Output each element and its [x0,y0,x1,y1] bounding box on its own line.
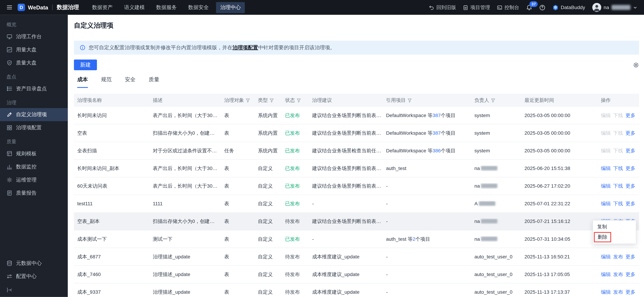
filter-funnel-icon[interactable] [408,98,412,102]
status-badge: 已发布 [285,112,300,118]
sidebar-item-label: 自定义治理项 [16,111,47,118]
sidebar-item[interactable]: 数据监控 [0,160,68,173]
filter-funnel-icon[interactable] [296,98,301,102]
context-menu-item[interactable]: 复制 [593,222,636,232]
row-action-link[interactable]: 更多 [626,289,635,295]
row-action-link[interactable]: 编辑 [601,271,611,277]
project-count-link[interactable]: 387 [432,112,441,118]
row-action-link[interactable]: 编辑 [601,289,611,295]
sidebar-item[interactable]: 用量大盘 [0,43,68,56]
cell-suggestion: - [312,236,386,242]
tab[interactable]: 规范 [101,76,112,88]
sidebar-item[interactable]: 质量报告 [0,186,68,200]
row-action-link[interactable]: 更多 [626,165,635,171]
sidebar-item[interactable]: 质量大盘 [0,56,68,69]
context-menu-item[interactable]: 删除 [593,232,636,242]
row-action-link[interactable]: 更多 [626,130,635,136]
filter-funnel-icon[interactable] [491,98,495,102]
row-action-link[interactable]: 编辑 [601,200,611,206]
row-action-link[interactable]: 更多 [626,271,635,277]
topbar-left: D WeData 数据治理 数据资产语义建模数据服务数据安全治理中心 [7,2,245,13]
project-count-link[interactable]: 386 [432,148,441,154]
cell-updated-time: 2025-06-27 17:02:20 [524,183,601,189]
tab[interactable]: 成本 [77,76,88,88]
row-action-link[interactable]: 更多 [626,200,635,206]
topnav-item[interactable]: 数据安全 [184,2,213,13]
redacted-owner [481,166,498,170]
filter-funnel-icon[interactable] [270,98,274,102]
sidebar-item[interactable]: 治理工作台 [0,30,68,43]
sidebar-item[interactable]: 运维管理 [0,173,68,186]
wedata-logo-icon[interactable]: D [18,4,25,11]
sidebar-bottom: 元数据中心配置中心 [0,257,68,283]
console-button[interactable]: 控制台 [497,4,519,11]
project-text: 个项目 [441,148,456,154]
project-count-link[interactable]: 2 [413,236,416,242]
pencil-icon [7,112,12,118]
sidebar-item[interactable]: 配置中心 [0,270,68,283]
cell-object: 表 [224,112,258,119]
row-action-link[interactable]: 编辑 [601,254,611,260]
notifications-button[interactable]: 37 [526,4,532,10]
table-row: 空表扫描出存储大小为0，创建时间大...表系统内置已发布建议结合业务场景判断当前… [74,124,639,142]
row-action-link[interactable]: 更多 [626,112,635,118]
row-action-link[interactable]: 下线 [613,165,623,171]
databuddy-button[interactable]: DataBuddy [552,4,585,10]
cell-owner: na [474,236,524,242]
cell-name: 成本_7460 [74,271,153,278]
row-action-link[interactable]: 更多 [626,183,635,189]
project-text: DefaultWorkspace 等 [386,148,432,154]
topnav-item[interactable]: 数据服务 [152,2,181,13]
menu-icon[interactable] [7,4,12,10]
cell-description: 对于分区或过滤条件设置不当，可... [153,147,224,154]
back-to-old-version-button[interactable]: 回到旧版 [429,4,456,11]
cell-updated-time: 2025-07-21 15:16:12 [524,218,601,224]
cell-owner: system [474,130,524,136]
sidebar-item[interactable]: 治理项配置 [0,121,68,134]
row-action-link[interactable]: 发布 [613,271,623,277]
row-action-link[interactable]: 更多 [626,148,635,154]
tab[interactable]: 安全 [125,76,136,88]
project-management-button[interactable]: 项目管理 [463,4,490,11]
topnav-item[interactable]: 治理中心 [216,2,245,13]
row-action-link[interactable]: 下线 [613,200,623,206]
row-action-link[interactable]: 编辑 [601,183,611,189]
new-button[interactable]: 新建 [74,60,97,70]
status-badge: 已发布 [285,130,300,136]
tab[interactable]: 质量 [149,76,159,88]
row-action-link[interactable]: 发布 [613,254,623,260]
user-menu[interactable]: na [592,3,637,12]
filter-funnel-icon[interactable] [246,98,250,102]
table-settings-button[interactable] [633,62,639,68]
sidebar-item[interactable]: 元数据中心 [0,257,68,270]
row-action-link[interactable]: 发布 [613,289,623,295]
filter-funnel-icon[interactable] [246,98,250,102]
row-action-link[interactable]: 下线 [613,183,623,189]
row-action-link[interactable]: 更多 [626,254,635,260]
cell-project: - [386,183,474,189]
filter-funnel-icon[interactable] [491,98,495,102]
filter-funnel-icon[interactable] [296,98,301,102]
cell-owner: system [474,148,524,154]
row-action-link[interactable]: 编辑 [601,165,611,171]
cell-object: 表 [224,182,258,190]
sidebar-item[interactable]: 自定义治理项 [0,108,68,121]
topnav-item[interactable]: 数据资产 [88,2,117,13]
cell-actions: 编辑发布更多 [601,271,639,278]
cell-description: 表产出后，长时间（大于30天）... [153,112,224,119]
cell-actions: 编辑下线更多 [601,130,639,136]
toolbar: 新建 [74,60,639,70]
sidebar-group-label: 治理 [0,95,68,108]
banner-config-link[interactable]: 治理项配置 [232,44,258,50]
sidebar-item[interactable]: 规则模板 [0,147,68,160]
collapse-sidebar-button[interactable] [0,283,68,297]
project-count-link[interactable]: 387 [432,130,441,136]
cell-object: 表 [224,165,258,172]
help-button[interactable] [539,4,546,10]
filter-funnel-icon[interactable] [270,98,274,102]
sidebar-item[interactable]: 资产目录盘点 [0,82,68,95]
console-label: 控制台 [504,4,519,11]
redacted-owner [481,184,498,188]
topnav-item[interactable]: 语义建模 [120,2,149,13]
filter-funnel-icon[interactable] [408,98,412,102]
